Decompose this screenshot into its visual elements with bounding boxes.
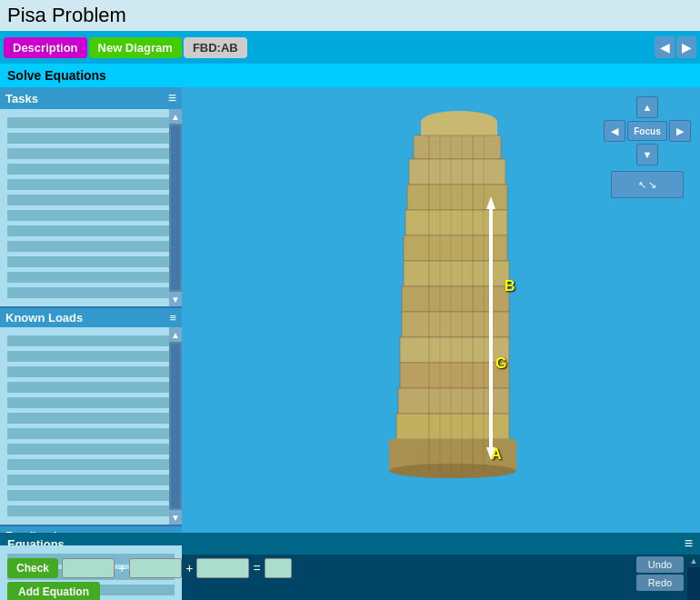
check-button[interactable]: Check	[7, 558, 58, 578]
focus-right-button[interactable]: ▶	[669, 120, 691, 142]
eq-scroll-track	[687, 567, 700, 600]
tasks-scroll-thumb[interactable]	[171, 125, 180, 290]
focus-up-button[interactable]: ▲	[636, 96, 658, 118]
focus-controls: ▲ ◀ Focus ▶ ▼ ↖ ↘	[604, 96, 691, 198]
focus-row-mid: ◀ Focus ▶	[604, 120, 691, 142]
known-load-line	[7, 444, 175, 455]
eq-input-3[interactable]	[196, 558, 249, 578]
task-line	[7, 133, 175, 144]
svg-rect-23	[489, 209, 493, 447]
known-load-line	[7, 351, 175, 362]
known-loads-menu-icon[interactable]: ≡	[169, 311, 176, 325]
known-loads-lines	[0, 327, 182, 525]
known-loads-scroll-down[interactable]: ▼	[169, 510, 182, 525]
force-arrow-svg	[482, 196, 500, 460]
known-load-line	[7, 490, 175, 501]
add-equation-button[interactable]: Add Equation	[7, 582, 100, 600]
nav-next-button[interactable]: ▶	[676, 36, 696, 58]
tab-description[interactable]: Description	[4, 37, 87, 58]
focus-center-button[interactable]: Focus	[627, 121, 667, 141]
solve-equations-bar: Solve Equations	[0, 64, 700, 87]
tasks-section: Tasks ≡ ▲	[0, 87, 182, 308]
svg-rect-1	[421, 122, 497, 135]
label-G: G	[495, 355, 506, 372]
tower-svg	[364, 96, 564, 528]
known-loads-section: Known Loads ≡	[0, 308, 182, 526]
task-line	[7, 287, 175, 298]
focus-downright-icon: ↘	[648, 179, 656, 191]
eq-equals: =	[253, 561, 260, 575]
known-loads-scroll-up[interactable]: ▲	[169, 327, 182, 342]
known-load-line	[7, 382, 175, 393]
nav-prev-button[interactable]: ◀	[655, 36, 675, 58]
known-load-line	[7, 366, 175, 377]
tab-new-diagram[interactable]: New Diagram	[89, 37, 182, 58]
tasks-label: Tasks	[5, 92, 38, 105]
tasks-body: ▲ ▼	[0, 109, 182, 306]
task-line	[7, 225, 175, 236]
known-load-line	[7, 335, 175, 346]
eq-result[interactable]	[265, 558, 292, 578]
equation-row: Check + + =	[7, 558, 693, 578]
main-content: Tasks ≡ ▲	[0, 87, 700, 533]
label-B: B	[505, 278, 515, 295]
undo-redo-panel: Undo Redo	[636, 555, 684, 591]
known-load-line	[7, 475, 175, 485]
task-line	[7, 164, 175, 175]
known-loads-scrollbar: ▲ ▼	[169, 327, 182, 525]
known-loads-label: Known Loads	[5, 311, 83, 325]
task-line	[7, 179, 175, 190]
task-line	[7, 256, 175, 267]
redo-button[interactable]: Redo	[636, 575, 684, 591]
eq-plus-1: +	[118, 561, 125, 575]
tab-fbd[interactable]: FBD:AB	[184, 37, 247, 58]
tab-bar: Description New Diagram FBD:AB ◀ ▶	[0, 31, 700, 64]
focus-left-button[interactable]: ◀	[604, 120, 625, 142]
task-line	[7, 117, 175, 128]
focus-wide-button[interactable]: ↖ ↘	[611, 171, 684, 198]
known-load-line	[7, 459, 175, 470]
page-title: Pisa Problem	[0, 0, 700, 31]
add-equation-row: Add Equation	[7, 582, 693, 600]
equations-menu-icon[interactable]: ≡	[685, 535, 693, 552]
eq-input-2[interactable]	[129, 558, 182, 578]
tab-nav: ◀ ▶	[655, 36, 696, 58]
tasks-scroll-down[interactable]: ▼	[169, 292, 182, 306]
task-line	[7, 210, 175, 221]
eq-scroll-up[interactable]: ▲	[687, 555, 700, 567]
tasks-scroll-up[interactable]: ▲	[169, 109, 182, 124]
eq-input-1[interactable]	[62, 558, 115, 578]
svg-point-15	[389, 464, 516, 478]
diagram-area: B G A ▲ ◀ Focus ▶ ▼ ↖ ↘	[182, 87, 700, 533]
focus-row-top: ▲	[636, 96, 658, 118]
task-line	[7, 241, 175, 252]
known-load-line	[7, 413, 175, 424]
focus-row-bottom: ▼	[636, 144, 658, 165]
tasks-menu-icon[interactable]: ≡	[168, 90, 176, 106]
known-load-line	[7, 505, 175, 516]
svg-rect-2	[414, 135, 501, 159]
focus-down-button[interactable]: ▼	[636, 144, 658, 165]
tasks-header: Tasks ≡	[0, 87, 182, 109]
known-loads-body: ▲ ▼	[0, 327, 182, 525]
label-A: A	[491, 446, 502, 463]
known-load-line	[7, 397, 175, 408]
tasks-scrollbar: ▲ ▼	[169, 109, 182, 306]
eq-plus-2: +	[185, 561, 193, 575]
task-line	[7, 148, 175, 159]
equations-body: Check + + = Add Equation Undo Redo ▲ ▼	[0, 555, 700, 600]
focus-upleft-icon: ↖	[638, 179, 646, 191]
svg-marker-22	[486, 196, 495, 209]
task-line	[7, 195, 175, 205]
known-loads-scroll-thumb[interactable]	[171, 344, 180, 508]
undo-button[interactable]: Undo	[636, 556, 684, 573]
known-load-line	[7, 428, 175, 439]
known-loads-header: Known Loads ≡	[0, 308, 182, 327]
task-line	[7, 272, 175, 283]
equations-section: Equations ≡ Check + + = Add Equation Und…	[0, 533, 700, 600]
equations-scrollbar: ▲ ▼	[687, 555, 700, 600]
left-panel: Tasks ≡ ▲	[0, 87, 182, 533]
focus-row-diag: ↖ ↘	[611, 171, 684, 198]
tasks-lines	[0, 109, 182, 306]
svg-rect-3	[409, 159, 505, 185]
